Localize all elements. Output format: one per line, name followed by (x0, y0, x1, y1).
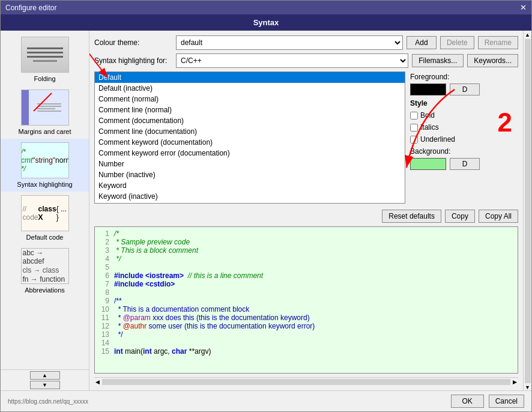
foreground-label: Foreground: (410, 73, 518, 81)
scroll-left-btn[interactable]: ◀ (94, 379, 101, 385)
code-line-2: 2 * Sample preview code (97, 238, 515, 246)
copy-button[interactable]: Copy (445, 210, 475, 223)
list-item[interactable]: Default (inactive) (95, 83, 405, 94)
url-hint: https://blog.csdn.net/qq_xxxxx (8, 398, 446, 405)
code-line-11: 11 * @param xxx does this (this is the d… (97, 314, 515, 322)
list-item[interactable]: Comment line (documentation) (95, 126, 405, 137)
scroll-right-btn[interactable]: ▶ (512, 379, 518, 385)
colour-theme-select[interactable]: default (176, 35, 403, 50)
syntax-hl-select[interactable]: C/C++ (176, 53, 408, 68)
bottom-bar: https://blog.csdn.net/qq_xxxxx OK Cancel (1, 390, 531, 411)
middle-area: Default Default (inactive) Comment (norm… (94, 71, 518, 204)
italics-checkbox-row: Italics (410, 123, 518, 132)
underlined-checkbox-row: Underlined (410, 135, 518, 144)
foreground-row: D (410, 83, 518, 95)
left-scroll-down[interactable]: ▼ (30, 381, 60, 389)
list-item[interactable]: User keyword (95, 202, 405, 204)
scroll-thumb[interactable] (525, 39, 531, 383)
code-line-5: 5 (97, 263, 515, 271)
code-line-14: 14 (97, 339, 515, 347)
code-line-13: 13 */ (97, 330, 515, 339)
background-color-box[interactable] (410, 158, 446, 170)
background-d-button[interactable]: D (450, 158, 480, 170)
action-buttons-row: Reset defaults Copy Copy All (94, 210, 518, 223)
abbreviations-icon: abc → abcdef cls → class fn → function (21, 248, 69, 284)
underlined-label: Underlined (420, 135, 455, 144)
margins-icon (21, 89, 69, 126)
colour-theme-label: Colour theme: (94, 38, 172, 47)
svg-line-0 (34, 93, 52, 111)
sidebar-item-default-code[interactable]: // code class X { ... } Default code (1, 192, 89, 244)
dialog-title: Syntax (1, 14, 531, 31)
code-horizontal-scroll[interactable]: ◀ ▶ (94, 377, 518, 386)
code-line-8: 8 (97, 288, 515, 297)
folding-icon (21, 37, 69, 73)
list-item[interactable]: Comment (documentation) (95, 115, 405, 126)
cancel-button[interactable]: Cancel (489, 395, 524, 408)
list-item[interactable]: Comment keyword (documentation) (95, 137, 405, 148)
vertical-scrollbar[interactable]: ▲ ▼ (523, 31, 531, 390)
sidebar-item-abbreviations[interactable]: abc → abcdef cls → class fn → function A… (1, 244, 89, 297)
code-line-10: 10 * This is a documentation comment blo… (97, 305, 515, 314)
syntax-hl-row: Syntax highlighting for: C/C++ Filemasks… (94, 53, 518, 68)
default-code-icon: // code class X { ... } (21, 195, 69, 231)
sidebar-label-abbreviations: Abbreviations (25, 286, 65, 294)
code-line-7: 7#include <cstdio> (97, 280, 515, 288)
italics-checkbox[interactable] (410, 124, 418, 132)
background-row: D (410, 158, 518, 170)
scroll-track[interactable] (102, 379, 510, 385)
sidebar-item-margins[interactable]: Margins and caret (1, 86, 89, 139)
sidebar-label-syntax: Syntax highlighting (17, 181, 72, 188)
scroll-up-btn[interactable]: ▲ (525, 32, 530, 38)
add-button[interactable]: Add (407, 36, 437, 49)
code-line-3: 3 * This is a block comment (97, 246, 515, 255)
right-panel: Colour theme: default Add Delete Rename … (89, 31, 523, 390)
style-title: Style (410, 99, 518, 108)
background-label: Background: (410, 147, 518, 156)
left-panel: Folding (1, 31, 89, 369)
scroll-down-btn[interactable]: ▼ (525, 384, 530, 390)
list-item[interactable]: Default (95, 72, 405, 83)
code-line-12: 12 * @authr some user (this is the docum… (97, 322, 515, 330)
bold-checkbox[interactable] (410, 112, 418, 120)
underlined-checkbox[interactable] (410, 136, 418, 144)
italics-label: Italics (420, 123, 439, 132)
rename-button[interactable]: Rename (478, 36, 518, 49)
ok-button[interactable]: OK (451, 395, 484, 408)
list-item[interactable]: Keyword (inactive) (95, 191, 405, 202)
foreground-section: Foreground: D (410, 73, 518, 95)
sidebar-label-folding: Folding (34, 75, 55, 82)
syntax-list[interactable]: Default Default (inactive) Comment (norm… (94, 71, 405, 204)
style-panel: Foreground: D Style Bold Ital (410, 71, 518, 204)
code-line-15: 15int main(int argc, char **argv) (97, 347, 515, 356)
code-line-1: 1/* (97, 229, 515, 238)
list-item[interactable]: Comment line (normal) (95, 105, 405, 115)
left-scroll-up[interactable]: ▲ (30, 371, 60, 380)
sidebar-label-default-code: Default code (26, 234, 64, 241)
list-item[interactable]: Comment keyword error (documentation) (95, 148, 405, 159)
code-line-6: 6#include <iostream> // this is a line c… (97, 271, 515, 280)
bold-label: Bold (420, 111, 435, 120)
list-item[interactable]: Number (inactive) (95, 169, 405, 180)
close-button[interactable]: ✕ (520, 3, 527, 12)
main-content: Folding (1, 31, 531, 390)
list-item[interactable]: Comment (normal) (95, 94, 405, 105)
colour-theme-row: Colour theme: default Add Delete Rename (94, 35, 518, 50)
list-item[interactable]: Number (95, 159, 405, 169)
list-item[interactable]: Keyword (95, 180, 405, 191)
foreground-d-button[interactable]: D (450, 83, 480, 95)
code-line-4: 4 */ (97, 255, 515, 263)
foreground-color-box[interactable] (410, 83, 446, 95)
copy-all-button[interactable]: Copy All (479, 210, 518, 223)
title-bar: Configure editor ✕ (1, 1, 531, 14)
sidebar-label-margins: Margins and caret (18, 128, 71, 135)
bold-checkbox-row: Bold (410, 111, 518, 120)
reset-defaults-button[interactable]: Reset defaults (382, 210, 441, 223)
delete-button[interactable]: Delete (440, 36, 474, 49)
filemasks-button[interactable]: Filemasks... (412, 54, 464, 67)
sidebar-item-syntax[interactable]: int /* cmt */ "string" normal Syntax hig… (1, 139, 89, 192)
window-title: Configure editor (5, 4, 56, 12)
keywords-button[interactable]: Keywords... (467, 54, 518, 67)
sidebar-item-folding[interactable]: Folding (1, 33, 89, 86)
configure-editor-window: Configure editor ✕ Syntax (0, 0, 532, 412)
